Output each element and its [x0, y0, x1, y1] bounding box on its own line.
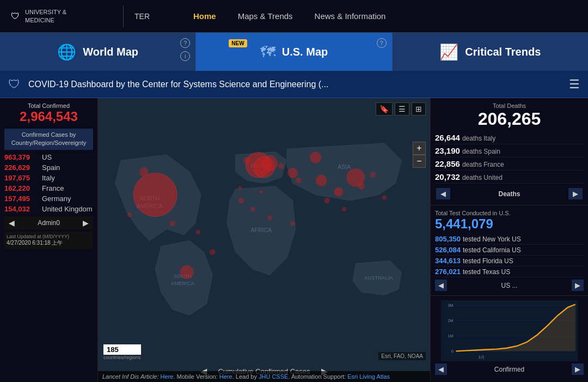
last-updated-value: 4/27/2020 6:31:18 上午 [7, 239, 91, 247]
country-name-us: US [42, 153, 52, 161]
deaths-count-france: 22,856 [435, 159, 460, 168]
svg-point-34 [382, 195, 387, 199]
nav-divider [123, 5, 124, 27]
deaths-label-italy: deaths Italy [462, 135, 495, 142]
nav-link-maps[interactable]: Maps & Trends [238, 11, 293, 21]
map-container[interactable]: 🔖 ☰ ⊞ NORTH AMERICA SOUTH AMERICA E [98, 98, 430, 382]
map-zoom-controls: + − [413, 142, 426, 168]
map-info-text1: Lancet Inf Dis Article: [102, 373, 161, 380]
tests-name-texas: tested Texas US [463, 268, 510, 276]
sidebar-prev-arrow[interactable]: ◀ [5, 217, 18, 228]
us-map-icon: 🗺 [260, 43, 275, 61]
total-confirmed-label: Total Confirmed [4, 102, 93, 109]
svg-text:3月: 3月 [479, 355, 485, 360]
tab-world-map-help[interactable]: ? [180, 38, 190, 48]
map-info-link2[interactable]: Here [219, 373, 232, 380]
country-row-us: 963,379 US [4, 152, 93, 162]
svg-point-37 [238, 186, 242, 190]
svg-point-18 [334, 187, 343, 197]
svg-point-16 [310, 152, 321, 163]
tests-row-texas: 276,021 tested Texas US [435, 266, 584, 277]
map-zoom-in-btn[interactable]: + [413, 142, 426, 155]
svg-text:AFRICA: AFRICA [250, 227, 272, 233]
map-toolbar: 🔖 ☰ ⊞ [376, 102, 426, 116]
svg-point-12 [262, 155, 278, 171]
deaths-label-spain: deaths Spain [462, 148, 500, 155]
country-row-france: 162,220 France [4, 183, 93, 193]
tests-row-newyork: 805,350 tested New York US [435, 234, 584, 245]
world-map-svg: NORTH AMERICA SOUTH AMERICA EUROPE AFRIC… [98, 98, 430, 360]
map-info-sep1: . Mobile Version: [173, 373, 219, 380]
map-count-number: 185 [103, 344, 141, 355]
svg-point-28 [290, 221, 295, 226]
deaths-list: 26,644 deaths Italy 23,190 deaths Spain … [435, 131, 584, 184]
sidebar-next-arrow[interactable]: ▶ [79, 217, 92, 228]
dashboard-shield-icon: 🛡 [8, 77, 20, 92]
last-updated-label: Last Updated at (M/D/YYYY) [7, 234, 91, 239]
country-name-germany: Germany [42, 195, 71, 203]
svg-text:2M: 2M [448, 318, 453, 323]
svg-point-22 [296, 178, 302, 184]
tab-us-map-badge: NEW [229, 39, 247, 47]
tab-us-map-help[interactable]: ? [377, 38, 387, 48]
countries-section-title: Confirmed Cases by Country/Region/Sovere… [4, 129, 93, 150]
svg-point-30 [196, 230, 200, 234]
svg-text:ASIA: ASIA [338, 163, 351, 170]
deaths-label-united: deaths United [462, 174, 503, 181]
svg-point-32 [324, 198, 330, 204]
country-row-germany: 157,495 Germany [4, 193, 93, 204]
dashboard-header: 🛡 COVID-19 Dashboard by the Center for S… [0, 71, 588, 98]
map-grid-btn[interactable]: ⊞ [412, 102, 426, 116]
map-zoom-out-btn[interactable]: − [413, 155, 426, 168]
nav-link-home[interactable]: Home [193, 11, 216, 21]
map-info-link1[interactable]: Here [161, 373, 174, 380]
nav-link-news[interactable]: News & Information [315, 11, 386, 21]
tab-us-map-label: U.S. Map [282, 46, 328, 58]
deaths-nav-label: Deaths [498, 190, 520, 198]
country-count-us: 963,379 [4, 153, 40, 161]
map-attribution: Esri, FAO, NOAA [378, 352, 426, 360]
deaths-row-spain: 23,190 deaths Spain [435, 144, 584, 157]
deaths-prev-btn[interactable]: ◀ [436, 188, 450, 199]
svg-text:1M: 1M [448, 334, 453, 338]
tab-critical-trends-label: Critical Trends [465, 46, 541, 58]
last-updated-box: Last Updated at (M/D/YYYY) 4/27/2020 6:3… [4, 232, 93, 249]
deaths-row-united: 20,732 deaths United [435, 171, 584, 184]
tests-count-florida: 344,613 [435, 257, 461, 265]
tests-next-btn[interactable]: ▶ [572, 280, 584, 291]
country-row-italy: 197,675 Italy [4, 173, 93, 183]
trend-chart-svg: 3M 2M 1M 0 3月 [435, 300, 584, 361]
svg-point-31 [210, 249, 216, 255]
tests-row-california: 526,084 tested California US [435, 245, 584, 256]
map-info-link3[interactable]: JHU CSSE [259, 373, 288, 380]
tab-world-map-label: World Map [83, 46, 138, 58]
tests-prev-btn[interactable]: ◀ [435, 280, 447, 291]
map-bookmark-btn[interactable]: 🔖 [376, 102, 393, 116]
tab-world-map[interactable]: 🌐 World Map ? i [0, 33, 195, 71]
svg-point-24 [370, 172, 376, 178]
tests-list: 805,350 tested New York US 526,084 teste… [435, 234, 584, 277]
tests-name-florida: tested Florida US [463, 257, 513, 265]
dashboard-title: COVID-19 Dashboard by the Center for Sys… [28, 80, 561, 89]
tab-critical-trends[interactable]: 📈 Critical Trends [393, 33, 588, 71]
chart-prev-btn[interactable]: ◀ [435, 363, 447, 375]
tests-count-texas: 276,021 [435, 268, 461, 276]
dashboard-menu-icon[interactable]: ☰ [569, 77, 580, 92]
tests-nav-label: US ... [501, 282, 517, 289]
map-count-sublabel: countries/regions [103, 355, 141, 360]
map-info-sep3: . Automation Support: [288, 373, 347, 380]
svg-point-23 [358, 183, 365, 190]
tab-world-map-info[interactable]: i [180, 51, 190, 61]
total-confirmed-box: Total Confirmed 2,964,543 [4, 102, 93, 124]
deaths-next-btn[interactable]: ▶ [568, 188, 583, 199]
map-info-link4[interactable]: Esri Living Atlas [347, 373, 390, 380]
deaths-total: 206,265 [435, 109, 584, 129]
map-list-btn[interactable]: ☰ [395, 102, 409, 116]
svg-text:0: 0 [451, 349, 454, 354]
nav-links: Home Maps & Trends News & Information [193, 11, 385, 21]
shield-icon: 🛡 [11, 11, 20, 21]
tab-us-map[interactable]: NEW 🗺 U.S. Map ? [196, 33, 391, 71]
tests-name-newyork: tested New York US [463, 235, 521, 243]
chart-next-btn[interactable]: ▶ [572, 363, 584, 375]
svg-text:AUSTRALIA: AUSTRALIA [364, 275, 393, 281]
